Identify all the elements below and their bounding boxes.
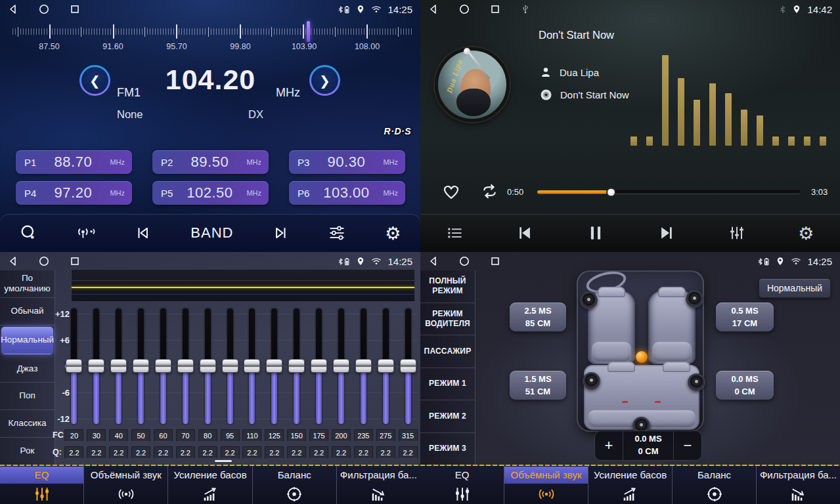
- equalizer-icon[interactable]: [328, 224, 346, 242]
- eq-band-handle[interactable]: [355, 359, 372, 373]
- home-icon[interactable]: [39, 4, 49, 14]
- eq-band-handle[interactable]: [288, 359, 305, 373]
- tab-surround[interactable]: Объёмный звук: [83, 465, 167, 504]
- mode-3[interactable]: РЕЖИМ 3: [420, 433, 475, 465]
- eq-band-slider[interactable]: [271, 308, 277, 424]
- eq-band-slider[interactable]: [93, 308, 99, 424]
- eq-band-handle[interactable]: [155, 359, 171, 373]
- preset-p2[interactable]: P289.50MHz: [152, 150, 269, 174]
- eq-preset-custom[interactable]: Обычай: [0, 298, 55, 326]
- eq-band-handle[interactable]: [200, 359, 216, 373]
- q-value[interactable]: 2.2: [64, 446, 83, 459]
- progress-thumb[interactable]: [606, 187, 616, 197]
- preset-p1[interactable]: P188.70MHz: [16, 150, 132, 174]
- eq-band-slider[interactable]: [227, 308, 233, 424]
- eq-band-slider[interactable]: [183, 308, 188, 424]
- eq-band-slider[interactable]: [405, 308, 411, 424]
- eq-preset-pop[interactable]: Поп: [0, 383, 55, 410]
- tab-eq[interactable]: EQ: [0, 465, 83, 504]
- q-value[interactable]: 2.2: [287, 446, 306, 459]
- q-value[interactable]: 2.2: [176, 446, 195, 459]
- eq-band-handle[interactable]: [222, 359, 238, 373]
- settings-icon[interactable]: ⚙: [798, 224, 814, 242]
- eq-preset-normal[interactable]: Нормальный: [1, 327, 53, 354]
- q-value[interactable]: 2.2: [309, 446, 328, 459]
- eq-band-handle[interactable]: [311, 359, 327, 373]
- eq-band-slider[interactable]: [71, 308, 77, 424]
- tune-down-button[interactable]: ❮: [79, 65, 110, 96]
- radio-dial[interactable]: [0, 22, 420, 41]
- q-value[interactable]: 2.2: [131, 446, 150, 459]
- tab-eq[interactable]: EQ: [420, 465, 504, 504]
- mode-2[interactable]: РЕЖИМ 2: [420, 400, 475, 433]
- fc-value[interactable]: 70: [176, 429, 195, 442]
- decrease-delay-button[interactable]: −: [674, 431, 701, 460]
- back-icon[interactable]: [428, 4, 439, 14]
- fc-value[interactable]: 50: [131, 429, 150, 442]
- recents-icon[interactable]: [490, 256, 500, 266]
- tab-surround[interactable]: Объёмный звук: [504, 465, 588, 504]
- preset-p4[interactable]: P497.20MHz: [16, 181, 132, 205]
- playlist-icon[interactable]: [446, 225, 464, 241]
- sf-preset-button[interactable]: Нормальный: [759, 278, 831, 298]
- recents-icon[interactable]: [70, 256, 80, 266]
- eq-band-handle[interactable]: [88, 359, 104, 373]
- tab-balance[interactable]: Баланс: [252, 465, 336, 504]
- eq-band-handle[interactable]: [333, 359, 349, 373]
- repeat-icon[interactable]: [479, 182, 500, 201]
- settings-icon[interactable]: ⚙: [385, 224, 401, 242]
- preset-p5[interactable]: P5102.50MHz: [152, 181, 269, 205]
- delay-front-right-button[interactable]: 0.5 MS17 CM: [716, 303, 774, 331]
- pause-icon[interactable]: [587, 224, 604, 242]
- back-icon[interactable]: [8, 256, 18, 266]
- fc-value[interactable]: 80: [198, 429, 217, 442]
- fc-value[interactable]: 40: [109, 429, 128, 442]
- next-station-icon[interactable]: [272, 225, 289, 241]
- eq-band-handle[interactable]: [66, 359, 82, 373]
- next-track-icon[interactable]: [656, 224, 676, 242]
- preset-p3[interactable]: P390.30MHz: [289, 150, 405, 174]
- eq-band-slider[interactable]: [383, 308, 389, 424]
- fc-value[interactable]: 30: [87, 429, 106, 442]
- eq-band-handle[interactable]: [110, 359, 127, 373]
- recents-icon[interactable]: [70, 4, 80, 14]
- delay-front-left-button[interactable]: 2.5 MS85 CM: [510, 303, 566, 331]
- eq-band-handle[interactable]: [378, 359, 394, 373]
- q-value[interactable]: 2.2: [399, 446, 418, 459]
- eq-band-slider[interactable]: [294, 308, 299, 424]
- fc-value[interactable]: 125: [265, 429, 284, 442]
- mode-driver[interactable]: РЕЖИМ ВОДИТЕЛЯ: [420, 303, 475, 336]
- increase-delay-button[interactable]: +: [595, 431, 623, 460]
- q-value[interactable]: 2.2: [354, 446, 373, 459]
- band-button[interactable]: BAND: [190, 224, 233, 242]
- eq-band-slider[interactable]: [338, 308, 344, 424]
- eq-band-handle[interactable]: [400, 359, 416, 373]
- fc-value[interactable]: 150: [287, 429, 306, 442]
- q-value[interactable]: 2.2: [109, 446, 128, 459]
- eq-band-handle[interactable]: [133, 359, 149, 373]
- tab-filter[interactable]: Фильтрация ба...: [336, 465, 420, 504]
- fc-value[interactable]: 315: [399, 429, 418, 442]
- home-icon[interactable]: [39, 256, 49, 266]
- preset-p6[interactable]: P6103.00MHz: [289, 181, 405, 205]
- fc-value[interactable]: 275: [376, 429, 395, 442]
- q-value[interactable]: 2.2: [87, 446, 106, 459]
- scan-icon[interactable]: [19, 224, 37, 242]
- eq-preset-jazz[interactable]: Джаз: [0, 356, 55, 383]
- eq-preset-default[interactable]: По умолчанию: [0, 270, 55, 298]
- fc-value[interactable]: 60: [154, 429, 173, 442]
- fc-value[interactable]: 235: [354, 429, 373, 442]
- recents-icon[interactable]: [490, 4, 500, 14]
- q-value[interactable]: 2.2: [242, 446, 261, 459]
- eq-band-slider[interactable]: [316, 308, 322, 424]
- fc-value[interactable]: 20: [64, 429, 83, 442]
- tab-balance[interactable]: Баланс: [672, 465, 756, 504]
- audio-mixer-icon[interactable]: [728, 224, 746, 242]
- eq-band-slider[interactable]: [205, 308, 211, 424]
- q-value[interactable]: 2.2: [265, 446, 284, 459]
- progress-bar[interactable]: [537, 190, 800, 194]
- home-icon[interactable]: [459, 256, 470, 266]
- eq-preset-rock[interactable]: Рок: [0, 438, 55, 465]
- eq-band-slider[interactable]: [249, 308, 255, 424]
- q-value[interactable]: 2.2: [198, 446, 217, 459]
